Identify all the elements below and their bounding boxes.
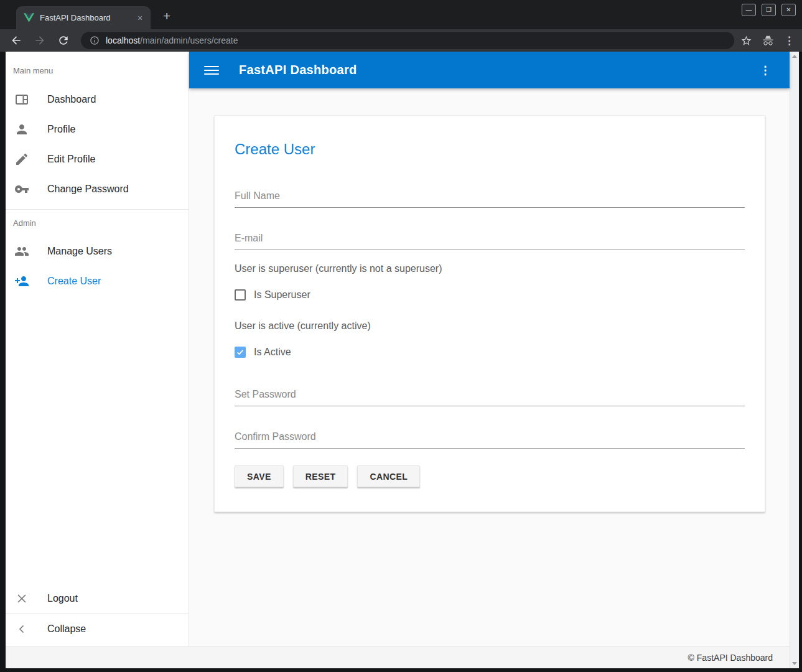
sidebar-item-logout[interactable]: Logout [6,584,189,614]
page-title: Create User [235,141,745,158]
full-name-input[interactable] [235,190,745,202]
sidebar-item-change-password[interactable]: Change Password [6,174,189,204]
close-button[interactable]: ✕ [781,4,796,16]
forward-icon[interactable] [32,33,47,48]
page-footer: © FastAPI Dashboard [6,646,790,668]
sidebar-item-label: Change Password [47,184,129,195]
scroll-down-icon[interactable] [792,662,797,665]
people-icon [14,244,29,259]
reload-icon[interactable] [56,33,71,48]
page-viewport: Main menu Dashboard Profile [6,52,799,668]
active-hint: User is active (currently active) [235,320,745,332]
sidebar-item-label: Profile [47,124,75,135]
sidebar-item-profile[interactable]: Profile [6,114,189,144]
sidebar-item-label: Create User [47,276,101,287]
dashboard-icon [14,92,29,107]
set-password-field-wrap [235,389,745,406]
appbar-title: FastAPI Dashboard [239,63,756,77]
kebab-menu-icon[interactable]: ⋮ [756,65,775,76]
url-bar[interactable]: localhost/main/admin/users/create [81,32,734,49]
sidebar-item-create-user[interactable]: Create User [6,266,189,296]
browser-menu-icon[interactable]: ⋮ [784,35,795,46]
window-controls: — ❐ ✕ [742,4,796,16]
new-tab-button[interactable]: + [163,11,170,22]
sidebar-item-collapse[interactable]: Collapse [6,614,189,644]
tab-title: FastAPI Dashboard [40,13,134,22]
sidebar-item-label: Dashboard [47,94,96,105]
page-info-icon[interactable] [90,35,100,45]
person-add-icon [14,274,29,289]
superuser-checkbox-row[interactable]: Is Superuser [235,289,745,301]
confirm-password-field-wrap [235,431,745,449]
page-content: Create User User is superuser (currently… [189,88,790,646]
browser-toolbar: localhost/main/admin/users/create ⋮ [0,29,802,52]
scrollbar[interactable] [790,52,799,668]
url-path: /main/admin/users/create [140,35,238,45]
toolbar-actions: ⋮ [740,35,795,47]
url-text: localhost/main/admin/users/create [106,35,238,45]
hamburger-icon[interactable] [204,63,219,78]
full-name-field-wrap [235,190,745,208]
set-password-input[interactable] [235,389,745,400]
person-icon [14,122,29,137]
back-icon[interactable] [9,33,24,48]
sidebar-spacer [6,296,189,584]
email-input[interactable] [235,233,745,244]
browser-window: FastAPI Dashboard × + — ❐ ✕ localhost/ma… [0,0,802,672]
checkbox-unchecked-icon[interactable] [235,289,246,301]
sidebar-section-admin: Admin [6,210,189,236]
key-icon [14,182,29,197]
app-bar: FastAPI Dashboard ⋮ [189,52,790,88]
checkbox-checked-icon[interactable] [235,347,246,358]
chevron-left-icon [14,622,29,637]
sidebar-item-label: Logout [47,593,78,604]
email-field-wrap [235,233,745,250]
minimize-button[interactable]: — [742,4,756,16]
browser-tab[interactable]: FastAPI Dashboard × [16,6,151,29]
reset-button[interactable]: RESET [293,465,348,487]
incognito-icon [762,35,774,47]
superuser-hint: User is superuser (currently is not a su… [235,263,745,274]
url-host: localhost [106,35,140,45]
sidebar-item-label: Manage Users [47,246,112,257]
confirm-password-input[interactable] [235,431,745,442]
scroll-up-icon[interactable] [792,55,797,58]
sidebar-item-label: Edit Profile [47,154,95,165]
sidebar-section-main-menu: Main menu [6,52,189,85]
sidebar-item-manage-users[interactable]: Manage Users [6,236,189,266]
sidebar: Main menu Dashboard Profile [6,52,189,646]
form-actions: SAVE RESET CANCEL [235,465,745,487]
create-user-card: Create User User is superuser (currently… [214,115,765,512]
checkbox-label: Is Active [254,347,291,358]
bookmark-star-icon[interactable] [740,35,752,47]
tab-close-icon[interactable]: × [134,12,146,24]
pencil-icon [14,152,29,167]
active-checkbox-row[interactable]: Is Active [235,347,745,358]
vue-logo-icon [24,13,34,22]
sidebar-item-edit-profile[interactable]: Edit Profile [6,144,189,174]
save-button[interactable]: SAVE [235,465,284,487]
maximize-button[interactable]: ❐ [762,4,776,16]
copyright-text: © FastAPI Dashboard [688,653,773,663]
sidebar-item-dashboard[interactable]: Dashboard [6,85,189,114]
cancel-button[interactable]: CANCEL [357,465,420,487]
sidebar-item-label: Collapse [47,623,86,635]
close-x-icon [14,591,29,606]
main-area: FastAPI Dashboard ⋮ Create User [189,52,790,646]
tab-strip: FastAPI Dashboard × + — ❐ ✕ [0,0,802,29]
checkbox-label: Is Superuser [254,289,310,301]
